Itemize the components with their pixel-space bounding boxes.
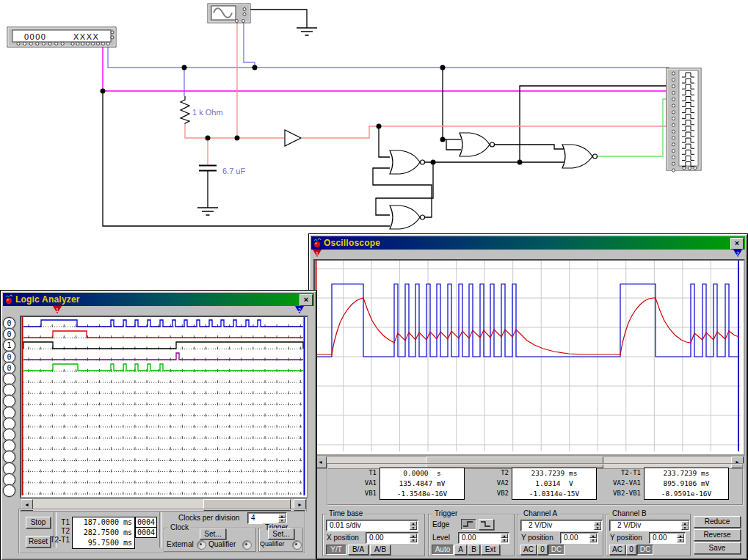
wordgen-terminal[interactable] xyxy=(36,43,39,46)
nor-gate-4 xyxy=(562,145,592,168)
icon-input-terminal[interactable] xyxy=(672,111,675,114)
wordgen-terminal[interactable] xyxy=(61,43,64,46)
word-generator-icon: 0000 XXXX xyxy=(7,27,116,47)
channel-a-0-button[interactable]: 0 xyxy=(537,545,548,555)
icon-input-terminal[interactable] xyxy=(672,123,675,126)
wordgen-terminal[interactable] xyxy=(29,43,32,46)
channel-b-ypos-value[interactable]: 0.00 ▲▼ xyxy=(649,532,686,544)
wordgen-terminal[interactable] xyxy=(101,43,104,46)
spinner-arrows[interactable]: ▲▼ xyxy=(589,534,597,542)
trigger-b-button[interactable]: B xyxy=(468,545,480,555)
ab-button[interactable]: A/B xyxy=(370,545,391,555)
ground-symbol xyxy=(197,28,317,215)
t1-label: T1 xyxy=(57,518,70,526)
icon-input-terminal[interactable] xyxy=(672,143,675,146)
trigger-a-button[interactable]: A xyxy=(454,545,467,555)
wordgen-terminal[interactable] xyxy=(23,43,26,46)
wordgen-terminal[interactable] xyxy=(55,43,58,46)
spinner-arrows[interactable]: ▲▼ xyxy=(677,534,684,542)
icon-input-terminal[interactable] xyxy=(672,150,675,153)
wordgen-terminal[interactable] xyxy=(76,43,79,46)
wordgen-terminal[interactable] xyxy=(81,43,84,46)
la-marker-strip: 1 2 xyxy=(3,306,314,315)
scope-marker-2[interactable]: 2 xyxy=(733,250,742,258)
channel-a-dc-button[interactable]: DC xyxy=(548,545,564,555)
word-generator-display-left: 0000 xyxy=(24,32,46,41)
channel-b-dc-button[interactable]: DC xyxy=(637,545,653,555)
channel-a-ypos-value[interactable]: 0.00 ▲▼ xyxy=(560,532,598,544)
channel-b-ac-button[interactable]: AC xyxy=(609,545,625,555)
external-label: External xyxy=(167,540,194,548)
icon-input-terminal[interactable] xyxy=(672,130,675,133)
channel-indicator-16 xyxy=(3,484,15,497)
scope-close-button[interactable]: × xyxy=(730,238,744,250)
edge-label: Edge xyxy=(432,520,449,528)
spinner-arrows[interactable]: ▲▼ xyxy=(410,521,417,530)
time-base-group: Time base 0.01 s/div ▲▼ X position 0.00 … xyxy=(322,514,425,556)
stop-button[interactable]: Stop xyxy=(26,517,51,528)
level-value[interactable]: 0.00 ▲▼ xyxy=(458,532,509,544)
icon-input-terminal[interactable] xyxy=(672,137,675,139)
wordgen-terminal[interactable] xyxy=(42,43,45,46)
trigger-ext-button[interactable]: Ext xyxy=(481,545,500,555)
spinner-arrows[interactable]: ▲▼ xyxy=(501,534,508,542)
scope-readout-group-2: T2VA2VB2233.7239 ms1.0314 V-1.0314e-15V xyxy=(468,468,597,500)
instrument-icon xyxy=(4,294,15,305)
rising-edge-button[interactable] xyxy=(461,519,476,530)
save-button[interactable]: Save xyxy=(694,542,741,554)
wordgen-terminal[interactable] xyxy=(17,43,20,46)
wordgen-terminal[interactable] xyxy=(48,43,51,46)
icon-input-terminal[interactable] xyxy=(672,98,675,101)
clock-qualifier-radio[interactable] xyxy=(242,540,252,550)
channel-a-scale[interactable]: 2 V/Div ▲▼ xyxy=(520,520,603,531)
icon-input-terminal[interactable] xyxy=(672,117,675,120)
la-channel-indicators: 00100 xyxy=(1,316,20,498)
channel-b-0-button[interactable]: 0 xyxy=(626,545,636,555)
time-base-value[interactable]: 0.01 s/div ▲▼ xyxy=(326,520,418,531)
reduce-button[interactable]: Reduce xyxy=(694,516,741,528)
spinner-arrows[interactable]: ▲▼ xyxy=(278,514,286,523)
logic-analyzer-titlebar[interactable]: Logic Analyzer × xyxy=(3,293,314,306)
ba-button[interactable]: B/A xyxy=(348,545,368,555)
scope-trace-channel-b xyxy=(315,284,739,357)
wordgen-terminal[interactable] xyxy=(106,43,109,46)
wordgen-terminal[interactable] xyxy=(92,43,95,46)
icon-input-terminal[interactable] xyxy=(672,104,675,107)
wordgen-terminal[interactable] xyxy=(97,43,100,46)
clocks-per-division-value[interactable]: 4 ▲▼ xyxy=(247,512,287,524)
reset-button[interactable]: Reset xyxy=(26,536,51,548)
icon-input-terminal[interactable] xyxy=(672,91,675,94)
external-radio[interactable] xyxy=(197,540,206,550)
wordgen-terminal[interactable] xyxy=(71,43,74,46)
spinner-arrows[interactable]: ▲▼ xyxy=(594,521,601,530)
x-position-value[interactable]: 0.00 ▲▼ xyxy=(366,532,418,544)
wordgen-terminal[interactable] xyxy=(87,43,90,46)
icon-input-terminal[interactable] xyxy=(672,162,675,165)
icon-input-terminal[interactable] xyxy=(672,169,675,172)
trigger-set-button[interactable]: Set... xyxy=(268,528,294,539)
icon-input-terminal[interactable] xyxy=(672,156,675,159)
oscilloscope-titlebar[interactable]: Oscilloscope × xyxy=(311,236,745,250)
spinner-arrows[interactable]: ▲▼ xyxy=(681,521,689,530)
la-marker-1[interactable]: 1 xyxy=(53,306,62,314)
scope-marker-1[interactable]: 1 xyxy=(313,250,322,258)
channel-b-scale[interactable]: 2 V/Div ▲▼ xyxy=(609,520,690,531)
la-marker-2[interactable]: 2 xyxy=(295,306,304,314)
trigger-qualifier-radio[interactable] xyxy=(292,540,302,550)
la-time-values: 187.0000 ms 282.7500 ms 95.7500 ms xyxy=(72,517,135,549)
icon-input-terminal[interactable] xyxy=(672,85,675,88)
channel-indicator-13 xyxy=(3,451,15,463)
reverse-button[interactable]: Reverse xyxy=(694,529,741,541)
x-position-label: X position xyxy=(327,534,359,542)
icon-input-terminal[interactable] xyxy=(672,72,675,75)
trigger-auto-button[interactable]: Auto xyxy=(432,545,454,555)
spinner-arrows[interactable]: ▲▼ xyxy=(410,534,417,542)
la-trace-channel-2 xyxy=(23,331,303,338)
yt-button[interactable]: Y/T xyxy=(326,545,346,555)
icon-input-terminal[interactable] xyxy=(672,79,675,81)
clocks-per-division-label: Clocks per division xyxy=(178,514,239,522)
clock-set-button[interactable]: Set... xyxy=(200,528,226,539)
la-close-button[interactable]: × xyxy=(299,294,313,306)
channel-a-ac-button[interactable]: AC xyxy=(520,545,537,555)
falling-edge-button[interactable] xyxy=(479,519,494,530)
